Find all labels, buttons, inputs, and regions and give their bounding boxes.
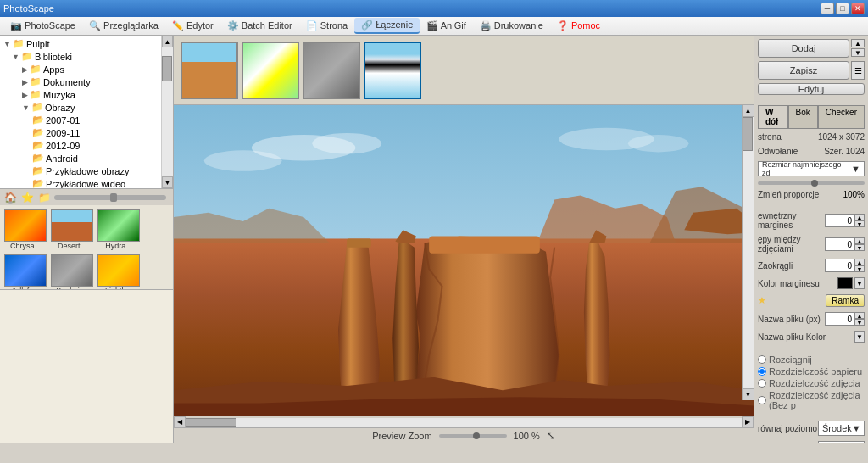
edytuj-button[interactable]: Edytuj bbox=[758, 83, 865, 95]
save-extra-btn[interactable]: ☰ bbox=[851, 61, 865, 80]
hscroll-left[interactable]: ◀ bbox=[174, 416, 186, 428]
rozmiar-dropdown[interactable]: Rozmiar najmniejszego zd ▼ bbox=[758, 161, 865, 176]
radio-papieru-input[interactable] bbox=[758, 367, 766, 376]
top-thumb-2[interactable] bbox=[242, 42, 299, 99]
thumb-label-jelly: Jellyfs... bbox=[12, 287, 40, 290]
kolor-swatch[interactable] bbox=[837, 277, 853, 289]
nav-icon-3[interactable]: 📁 bbox=[37, 191, 51, 204]
maximize-button[interactable]: □ bbox=[836, 3, 849, 14]
epy-input[interactable] bbox=[825, 237, 854, 251]
zaokragli-up[interactable]: ▲ bbox=[854, 259, 865, 265]
epy-down[interactable]: ▼ bbox=[854, 244, 865, 251]
radio-zdjecia-input[interactable] bbox=[758, 379, 766, 388]
nazwa-down[interactable]: ▼ bbox=[854, 319, 865, 326]
radio-bez: Rozdzielczość zdjęcia (Bez p bbox=[758, 390, 865, 410]
menu-anigif[interactable]: 🎬 AniGif bbox=[420, 19, 472, 33]
kolor-dropdown-btn[interactable]: ▼ bbox=[854, 277, 865, 289]
top-thumb-4[interactable] bbox=[364, 42, 421, 99]
top-thumb-1[interactable] bbox=[181, 42, 238, 99]
nazwa-input[interactable] bbox=[825, 312, 854, 326]
bottom-nav: 🏠 ⭐ 📁 bbox=[0, 188, 173, 205]
menu-przegladarka[interactable]: 🔍 Przeglądarka bbox=[82, 19, 165, 33]
menu-laczenie[interactable]: 🔗 Łączenie bbox=[354, 18, 420, 34]
file-tree[interactable]: ▼ 📁 Pulpit ▼ 📁 Biblioteki ▶ 📁 Apps ▶ 📁 bbox=[0, 36, 161, 188]
thumb-desert[interactable]: Desert... bbox=[50, 209, 94, 251]
tree-panel-wrapper: ▼ 📁 Pulpit ▼ 📁 Biblioteki ▶ 📁 Apps ▶ 📁 bbox=[0, 36, 173, 188]
close-button[interactable]: ✕ bbox=[851, 3, 865, 14]
wewnetrzny-input[interactable] bbox=[825, 214, 854, 227]
rownan-poziomo-value: Środek bbox=[822, 423, 852, 433]
tree-vertical-scrollbar[interactable]: ▲ ▼ bbox=[161, 36, 173, 188]
zmien-handle[interactable] bbox=[811, 180, 818, 187]
thumb-koala[interactable]: Koala.jpg bbox=[50, 254, 94, 290]
radio-bez-input[interactable] bbox=[758, 396, 766, 404]
scroll-thumb[interactable] bbox=[162, 56, 172, 81]
tab-w-dol[interactable]: W dół bbox=[758, 105, 788, 128]
hscroll-right[interactable]: ▶ bbox=[742, 416, 754, 428]
hscroll-thumb[interactable] bbox=[186, 418, 236, 427]
vscroll-down[interactable]: ▼ bbox=[743, 388, 754, 400]
rownan-pionowo-dropdown[interactable]: Środek ▼ bbox=[818, 441, 865, 443]
scroll-down-btn[interactable]: ▼ bbox=[162, 176, 173, 188]
radio-rozciagnij[interactable] bbox=[758, 355, 766, 364]
menu-batch-editor[interactable]: ⚙️ Batch Editor bbox=[220, 19, 299, 33]
thumb-chrysa[interactable]: Chrysa... bbox=[3, 209, 47, 251]
fit-icon[interactable]: ⤡ bbox=[547, 430, 555, 442]
tab-checker[interactable]: Checker bbox=[818, 105, 865, 128]
menu-pomoc[interactable]: ❓ Pomoc bbox=[550, 19, 607, 33]
zaokragli-input[interactable] bbox=[825, 259, 854, 272]
dodaj-button[interactable]: Dodaj bbox=[758, 39, 849, 58]
nav-icon-2[interactable]: ⭐ bbox=[20, 191, 34, 204]
menu-strona[interactable]: 📄 Strona bbox=[299, 19, 354, 33]
minimize-button[interactable]: ─ bbox=[821, 3, 834, 14]
rownan-poziomo-dropdown[interactable]: Środek ▼ bbox=[818, 421, 865, 436]
tree-item-pulpit[interactable]: ▼ 📁 Pulpit bbox=[2, 37, 159, 50]
zmien-slider[interactable] bbox=[758, 181, 865, 185]
tree-item-przykladowe-obrazy[interactable]: 📂 Przykładowe obrazy bbox=[2, 165, 159, 177]
zoom-handle[interactable] bbox=[473, 432, 480, 439]
vscroll-thumb[interactable] bbox=[743, 117, 753, 151]
add-down-btn[interactable]: ▼ bbox=[851, 48, 865, 57]
ramka-button[interactable]: Ramka bbox=[826, 294, 865, 307]
preview-area: ▲ ▼ bbox=[174, 105, 754, 416]
menu-edytor[interactable]: ✏️ Edytor bbox=[165, 19, 220, 33]
vscroll-up[interactable]: ▲ bbox=[743, 105, 754, 117]
tree-item-android[interactable]: 📂 Android bbox=[2, 152, 159, 165]
wewnetrzny-down[interactable]: ▼ bbox=[854, 220, 865, 227]
thumb-jelly[interactable]: Jellyfs... bbox=[3, 254, 47, 290]
scroll-up-btn[interactable]: ▲ bbox=[162, 36, 173, 47]
nazwa-kolor-label: Nazwa pliku Kolor bbox=[758, 332, 826, 342]
left-sidebar: ▼ 📁 Pulpit ▼ 📁 Biblioteki ▶ 📁 Apps ▶ 📁 bbox=[0, 36, 174, 443]
tree-item-2007[interactable]: 📂 2007-01 bbox=[2, 114, 159, 126]
tree-item-muzyka[interactable]: ▶ 📁 Muzyka bbox=[2, 88, 159, 101]
tree-item-dokumenty[interactable]: ▶ 📁 Dokumenty bbox=[2, 75, 159, 88]
tree-item-obrazy[interactable]: ▼ 📁 Obrazy bbox=[2, 101, 159, 114]
zaokragli-down[interactable]: ▼ bbox=[854, 265, 865, 272]
rownan-poziomo-label: równaj poziomo bbox=[758, 424, 817, 433]
epy-up[interactable]: ▲ bbox=[854, 237, 865, 244]
menu-drukowanie[interactable]: 🖨️ Drukowanie bbox=[473, 19, 550, 33]
tree-item-apps[interactable]: ▶ 📁 Apps bbox=[2, 63, 159, 75]
nazwa-spinner: ▲ ▼ bbox=[825, 312, 865, 326]
sidebar-resize-handle[interactable] bbox=[110, 193, 117, 202]
thumb-light[interactable]: Lighth... bbox=[97, 254, 141, 290]
nazwa-up[interactable]: ▲ bbox=[854, 312, 865, 319]
tree-item-2012[interactable]: 📂 2012-09 bbox=[2, 139, 159, 152]
wewnetrzny-up[interactable]: ▲ bbox=[854, 214, 865, 220]
thumb-hydra[interactable]: Hydra... bbox=[97, 209, 141, 251]
tab-bok[interactable]: Bok bbox=[788, 105, 818, 128]
preview-vscroll[interactable]: ▲ ▼ bbox=[742, 105, 754, 400]
thumb-label-koala: Koala.jpg bbox=[56, 287, 88, 290]
scroll-track[interactable] bbox=[162, 47, 173, 176]
top-thumb-3[interactable] bbox=[303, 42, 360, 99]
tree-item-2009[interactable]: 📂 2009-11 bbox=[2, 126, 159, 139]
zoom-slider[interactable] bbox=[439, 434, 507, 438]
menu-photoscape[interactable]: 📷 PhotoScape bbox=[3, 19, 82, 33]
nazwa-kolor-dropdown[interactable]: ▼ bbox=[854, 331, 865, 343]
center-content: ▲ ▼ ◀ ▶ Preview Zoom 100 % ⤡ bbox=[174, 36, 754, 443]
tree-item-biblioteki[interactable]: ▼ 📁 Biblioteki bbox=[2, 50, 159, 63]
zapisz-button[interactable]: Zapisz bbox=[758, 61, 849, 80]
tree-item-przykladowe-wideo[interactable]: 📂 Przykładowe wideo bbox=[2, 177, 159, 188]
add-up-btn[interactable]: ▲ bbox=[851, 39, 865, 47]
nav-icon-1[interactable]: 🏠 bbox=[3, 191, 17, 204]
